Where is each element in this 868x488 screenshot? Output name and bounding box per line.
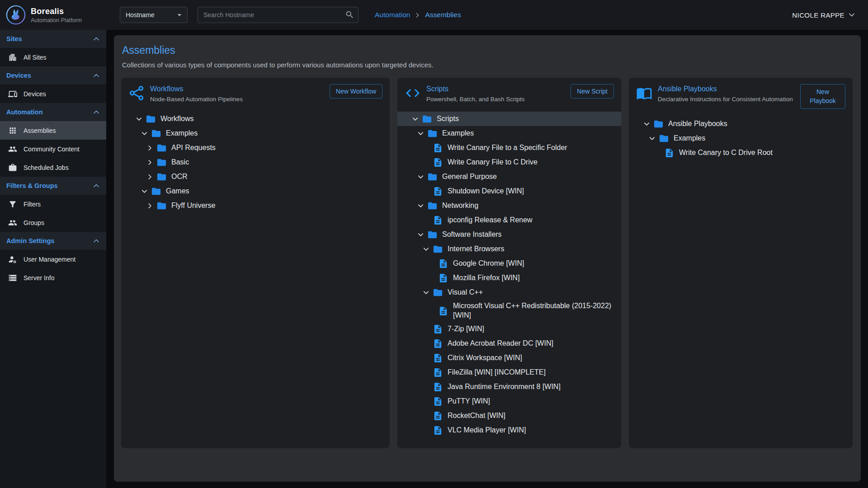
- tree-item-label: Networking: [442, 199, 482, 212]
- card-title: Ansible Playbooks: [658, 85, 795, 93]
- sidebar-item-all-sites[interactable]: All Sites: [0, 48, 106, 66]
- sidebar-section-sites[interactable]: Sites: [0, 30, 106, 48]
- tree-file-vlc-media-player-win[interactable]: VLC Media Player [WIN]: [397, 423, 621, 438]
- assemblies-panel: Assemblies Collections of various types …: [114, 35, 861, 482]
- sidebar-item-label: All Sites: [24, 54, 47, 61]
- tree-item-label: Visual C++: [448, 286, 486, 299]
- search-box: [198, 7, 359, 23]
- tree-file-microsoft-visual-c-redistributable-2015-2022-win[interactable]: Microsoft Visual C++ Redistributable (20…: [397, 300, 621, 322]
- sidebar-section-filters-groups[interactable]: Filters & Groups: [0, 177, 106, 195]
- chevron-down-icon[interactable]: [416, 230, 425, 239]
- tree-item-label: Write Canary File to a Specific Folder: [448, 141, 571, 155]
- chevron-right-icon[interactable]: [146, 173, 154, 181]
- folder-icon: [151, 128, 161, 139]
- tree-file-shutdown-device-win[interactable]: Shutdown Device [WIN]: [397, 184, 621, 198]
- chevron-down-icon[interactable]: [642, 120, 651, 128]
- chevron-down-icon[interactable]: [416, 202, 425, 210]
- sidebar-item-user-management[interactable]: User Management: [0, 250, 106, 268]
- tree-expander: [414, 230, 427, 239]
- tree-file-write-canary-file-to-a-specific-folder[interactable]: Write Canary File to a Specific Folder: [397, 141, 621, 155]
- tree-folder-ocr[interactable]: OCR: [121, 169, 390, 184]
- chevron-down-icon[interactable]: [422, 245, 430, 253]
- chevron-down-icon[interactable]: [416, 129, 425, 138]
- tree-item-label: Software Installers: [442, 228, 505, 241]
- tree-item-label: Basic: [171, 156, 193, 169]
- tree-folder-internet-browsers[interactable]: Internet Browsers: [397, 242, 621, 256]
- chevron-down-icon[interactable]: [648, 134, 656, 143]
- tree-file-write-canary-to-c-drive-root[interactable]: Write Canary to C Drive Root: [629, 146, 853, 160]
- tree-file-google-chrome-win[interactable]: Google Chrome [WIN]: [397, 256, 621, 271]
- hostname-select[interactable]: Hostname: [120, 7, 188, 23]
- chevron-right-icon[interactable]: [146, 202, 154, 210]
- chevron-up-icon: [92, 181, 101, 190]
- chevron-right-icon[interactable]: [146, 144, 154, 152]
- tree-folder-software-installers[interactable]: Software Installers: [397, 227, 621, 242]
- sidebar-item-server-info[interactable]: Server Info: [0, 268, 106, 287]
- chevron-down-icon[interactable]: [422, 288, 430, 297]
- sidebar-section-automation[interactable]: Automation: [0, 103, 106, 121]
- chevron-down-icon[interactable]: [135, 115, 143, 123]
- tree-item-label: General Purpose: [442, 170, 500, 183]
- tree-folder-games[interactable]: Games: [121, 184, 390, 198]
- sidebar-section-admin-settings[interactable]: Admin Settings: [0, 232, 106, 250]
- folder-icon: [156, 172, 167, 182]
- file-icon: [438, 306, 448, 316]
- tree-folder-api-requests[interactable]: API Requests: [121, 141, 390, 155]
- tree-file-write-canary-file-to-c-drive[interactable]: Write Canary File to C Drive: [397, 155, 621, 169]
- breadcrumb: Automation Assemblies: [375, 11, 461, 19]
- tree-folder-visual-c[interactable]: Visual C++: [397, 285, 621, 300]
- tree-item-label: Write Canary to C Drive Root: [679, 146, 776, 160]
- tree-file-filezilla-win-incomplete[interactable]: FileZilla [WIN] [INCOMPLETE]: [397, 366, 621, 380]
- sidebar-item-scheduled-jobs[interactable]: Scheduled Jobs: [0, 158, 106, 177]
- tree-folder-general-purpose[interactable]: General Purpose: [397, 169, 621, 184]
- new-script-button[interactable]: New Script: [571, 84, 614, 99]
- new-playbook-button[interactable]: New Playbook: [800, 84, 845, 109]
- tree-file-adobe-acrobat-reader-dc-win[interactable]: Adobe Acrobat Reader DC [WIN]: [397, 337, 621, 351]
- breadcrumb-assemblies[interactable]: Assemblies: [425, 11, 461, 19]
- tree-folder-basic[interactable]: Basic: [121, 155, 390, 169]
- tree-item-label: ipconfig Release & Renew: [448, 214, 536, 227]
- card-subtitle: Node-Based Automation Pipelines: [150, 95, 324, 103]
- file-icon: [433, 143, 443, 153]
- chevron-down-icon[interactable]: [411, 115, 420, 123]
- sidebar-section-devices[interactable]: Devices: [0, 66, 106, 84]
- tree-file-ipconfig-release-renew[interactable]: ipconfig Release & Renew: [397, 213, 621, 227]
- breadcrumb-automation[interactable]: Automation: [375, 11, 410, 19]
- tree-file-citrix-workspace-win[interactable]: Citrix Workspace [WIN]: [397, 351, 621, 366]
- chevron-down-icon[interactable]: [140, 129, 149, 138]
- chevron-down-icon[interactable]: [416, 173, 425, 181]
- sidebar-item-devices[interactable]: Devices: [0, 84, 106, 103]
- sidebar-item-community-content[interactable]: Community Content: [0, 140, 106, 158]
- file-icon: [438, 258, 448, 269]
- tree-file-rocketchat-win[interactable]: RocketChat [WIN]: [397, 409, 621, 423]
- chevron-down-icon[interactable]: [140, 187, 149, 196]
- tree-folder-examples[interactable]: Examples: [121, 126, 390, 141]
- tree-file-7-zip-win[interactable]: 7-Zip [WIN]: [397, 322, 621, 337]
- tree-folder-ansible-playbooks[interactable]: Ansible Playbooks: [629, 117, 853, 131]
- brand-subtitle: Automation Platform: [31, 17, 82, 23]
- sidebar-item-groups[interactable]: Groups: [0, 213, 106, 232]
- new-workflow-button[interactable]: New Workflow: [330, 84, 382, 99]
- tree-folder-scripts[interactable]: Scripts: [397, 112, 621, 126]
- tree-item-label: 7-Zip [WIN]: [448, 323, 488, 336]
- chevron-right-icon[interactable]: [146, 158, 154, 167]
- tree-folder-examples[interactable]: Examples: [397, 126, 621, 141]
- assemblies-icon: [8, 126, 17, 135]
- tree-expander: [143, 202, 156, 210]
- tree-folder-flyff-universe[interactable]: Flyff Universe: [121, 198, 390, 213]
- tree-file-putty-win[interactable]: PuTTY [WIN]: [397, 394, 621, 409]
- tree-file-mozilla-firefox-win[interactable]: Mozilla Firefox [WIN]: [397, 271, 621, 285]
- user-menu[interactable]: NICOLE RAPPE: [792, 10, 868, 19]
- search-input[interactable]: [198, 7, 359, 23]
- workflows-card-titles: Workflows Node-Based Automation Pipeline…: [150, 84, 324, 103]
- tree-folder-networking[interactable]: Networking: [397, 198, 621, 213]
- folder-icon: [427, 172, 438, 182]
- tree-folder-examples[interactable]: Examples: [629, 131, 853, 146]
- sidebar-item-filters[interactable]: Filters: [0, 195, 106, 213]
- workflows-card-header: Workflows Node-Based Automation Pipeline…: [128, 84, 382, 103]
- server-info-icon: [8, 273, 17, 282]
- scheduled-jobs-icon: [8, 163, 17, 172]
- tree-folder-workflows[interactable]: Workflows: [121, 112, 390, 126]
- tree-file-java-runtime-environment-8-win[interactable]: Java Runtime Environment 8 [WIN]: [397, 380, 621, 394]
- sidebar-item-assemblies[interactable]: Assemblies: [0, 121, 106, 140]
